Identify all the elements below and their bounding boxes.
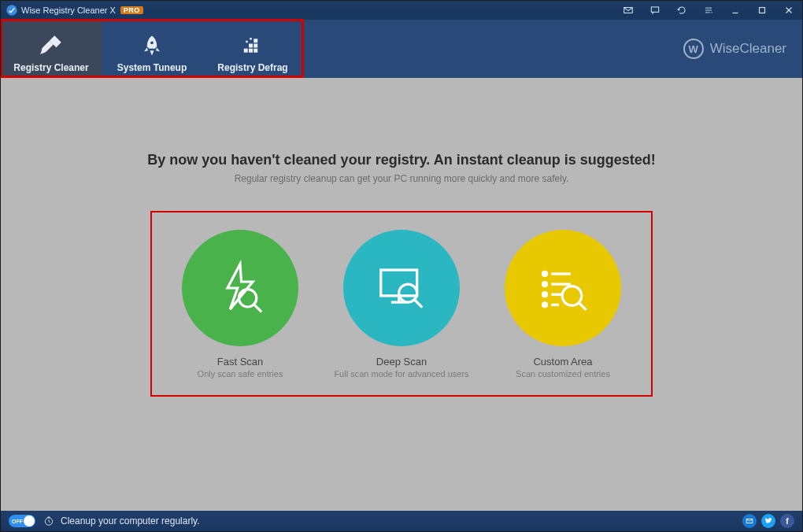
close-button[interactable] [775, 1, 802, 20]
svg-point-26 [543, 283, 547, 286]
custom-area-icon [505, 230, 621, 346]
headline: By now you haven't cleaned your registry… [147, 152, 655, 168]
svg-rect-14 [253, 39, 257, 42]
svg-point-22 [399, 284, 417, 302]
tab-registry-defrag[interactable]: Registry Defrag [202, 20, 303, 78]
fast-scan-icon [182, 230, 298, 346]
share-mail-icon[interactable] [742, 514, 757, 528]
status-message: Cleanup your computer regularly. [61, 515, 200, 526]
toggle-knob [24, 515, 35, 526]
minimize-button[interactable] [722, 1, 749, 20]
svg-point-28 [543, 293, 547, 297]
clock-icon [43, 515, 54, 526]
tab-system-tuneup[interactable]: System Tuneup [102, 20, 202, 78]
svg-point-8 [150, 41, 154, 44]
maximize-button[interactable] [749, 1, 775, 20]
svg-point-17 [239, 290, 256, 307]
main-content: By now you haven't cleaned your registry… [1, 78, 802, 511]
share-facebook-icon[interactable]: f [780, 514, 794, 528]
tab-registry-cleaner[interactable]: Registry Cleaner [1, 20, 102, 78]
svg-line-33 [579, 303, 587, 310]
option-title: Custom Area [533, 356, 592, 368]
svg-rect-9 [244, 49, 248, 53]
mail-icon[interactable] [615, 1, 642, 20]
svg-point-3 [711, 12, 712, 13]
svg-rect-2 [651, 7, 658, 12]
sub-headline: Regular registry cleanup can get your PC… [235, 173, 569, 184]
schedule-toggle[interactable]: OFF [9, 515, 35, 527]
svg-point-24 [543, 272, 547, 276]
nav-bar: Registry Cleaner System Tuneup Registry … [1, 20, 802, 78]
titlebar: Wise Registry Cleaner X PRO [1, 1, 802, 20]
svg-point-0 [6, 5, 17, 15]
option-title: Deep Scan [376, 356, 427, 368]
option-title: Fast Scan [217, 356, 264, 368]
tab-label: Registry Cleaner [13, 62, 88, 73]
svg-rect-10 [249, 49, 253, 53]
deep-scan-option[interactable]: Deep Scan Full scan mode for advanced us… [331, 230, 472, 397]
menu-icon[interactable] [695, 1, 722, 20]
svg-rect-12 [249, 44, 253, 48]
brush-icon [38, 31, 65, 60]
custom-area-option[interactable]: Custom Area Scan customized entries [492, 230, 634, 397]
svg-rect-11 [253, 49, 257, 53]
svg-line-23 [414, 300, 422, 308]
pro-badge: PRO [120, 6, 143, 14]
app-icon [6, 4, 18, 17]
option-desc: Full scan mode for advanced users [334, 368, 468, 379]
refresh-icon[interactable] [668, 1, 695, 20]
app-title: Wise Registry Cleaner X [21, 6, 116, 15]
svg-point-32 [562, 286, 582, 306]
fast-scan-option[interactable]: Fast Scan Only scan safe entries [169, 230, 311, 397]
svg-rect-15 [246, 41, 248, 43]
share-twitter-icon[interactable] [761, 514, 775, 528]
toggle-label: OFF [12, 519, 23, 524]
blocks-icon [241, 31, 265, 60]
option-desc: Only scan safe entries [198, 368, 283, 379]
rocket-icon [140, 31, 164, 60]
svg-point-30 [543, 303, 547, 307]
svg-rect-13 [253, 44, 257, 48]
scan-options: Fast Scan Only scan safe entries Deep Sc… [150, 211, 653, 397]
option-desc: Scan customized entries [516, 368, 610, 379]
status-bar: OFF Cleanup your computer regularly. f [1, 511, 802, 531]
svg-line-18 [254, 305, 262, 312]
tab-label: Registry Defrag [217, 62, 287, 73]
svg-rect-16 [250, 38, 252, 40]
brand-mark-icon: W [683, 39, 704, 59]
tab-label: System Tuneup [117, 62, 187, 73]
deep-scan-icon [343, 230, 460, 346]
brand-name: WiseCleaner [710, 41, 786, 57]
feedback-icon[interactable] [642, 1, 668, 20]
svg-rect-5 [760, 8, 765, 13]
brand-logo[interactable]: W WiseCleaner [683, 20, 802, 78]
